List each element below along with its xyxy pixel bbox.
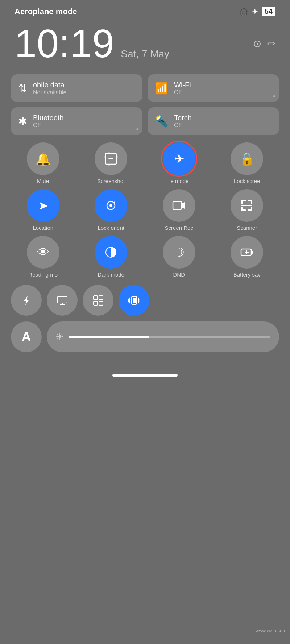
lock-orient-circle xyxy=(95,189,127,222)
edit-icon[interactable]: ✏ xyxy=(267,38,276,50)
lock-orient-label: Lock orient xyxy=(98,225,124,231)
font-size-label: A xyxy=(22,329,31,345)
quick-tiles: ⇅ obile data Not available 📶 Wi-Fi Off ◂… xyxy=(0,71,290,139)
wifi-subtitle: Off xyxy=(174,89,191,96)
battery-indicator: 54 xyxy=(262,7,276,16)
clock-row: 10:19 Sat, 7 May ⊙ ✏ xyxy=(0,20,290,71)
bluetooth-text: Bluetooth Off xyxy=(33,114,64,129)
flash-item[interactable] xyxy=(11,285,42,316)
svg-rect-9 xyxy=(173,201,182,209)
dark-mode-item[interactable]: Dark mode xyxy=(79,236,144,278)
wifi-expand-icon[interactable]: ◂ xyxy=(272,93,275,99)
icon-grid-row2: ➤ Location Lock orient Screen Re xyxy=(7,189,283,231)
bluetooth-subtitle: Off xyxy=(33,122,64,129)
reading-mode-label: Reading mo xyxy=(28,271,58,278)
svg-rect-12 xyxy=(241,200,243,204)
svg-rect-31 xyxy=(94,301,98,305)
torch-text: Torch Off xyxy=(174,114,192,129)
icon-grid-section: 🔔 Mute Screenshot ✈ ie mode 🔒 xyxy=(0,139,290,281)
brightness-row: A ☀ xyxy=(0,319,290,356)
torch-icon: 🔦 xyxy=(155,115,168,128)
svg-rect-16 xyxy=(241,207,243,211)
reading-mode-item[interactable]: 👁 Reading mo xyxy=(11,236,75,278)
screen-rec-item[interactable]: Screen Rec xyxy=(147,189,211,231)
aeroplane-mode-circle: ✈ xyxy=(163,142,195,175)
clock-container: 10:19 Sat, 7 May xyxy=(14,24,169,63)
wifi-title: Wi-Fi xyxy=(174,81,191,89)
second-tiles-row: ✱ Bluetooth Off ◂ 🔦 Torch Off xyxy=(11,107,279,135)
brightness-fill xyxy=(69,336,149,338)
mobile-data-title: obile data xyxy=(33,81,67,89)
shortcut-item[interactable] xyxy=(83,285,113,316)
clock-action-icons: ⊙ ✏ xyxy=(253,38,276,50)
vibrate-item[interactable] xyxy=(119,285,149,316)
svg-marker-10 xyxy=(182,202,185,209)
torch-tile[interactable]: 🔦 Torch Off xyxy=(148,107,279,135)
wifi-tile[interactable]: 📶 Wi-Fi Off ◂ xyxy=(148,74,279,102)
mobile-data-text: obile data Not available xyxy=(33,81,67,96)
nav-pill xyxy=(112,374,178,377)
svg-marker-25 xyxy=(24,296,29,305)
battery-value: 54 xyxy=(265,7,273,16)
svg-rect-34 xyxy=(133,298,136,303)
screenshot-item[interactable]: Screenshot xyxy=(79,142,144,184)
svg-point-8 xyxy=(109,204,112,207)
wifi-icon: 📶 xyxy=(155,82,168,95)
brightness-sun-icon: ☀ xyxy=(55,331,64,342)
lock-orient-item[interactable]: Lock orient xyxy=(79,189,144,231)
scanner-circle xyxy=(231,189,263,222)
screen-rec-label: Screen Rec xyxy=(165,225,193,231)
lock-screen-circle: 🔒 xyxy=(231,142,263,175)
mobile-data-subtitle: Not available xyxy=(33,89,67,96)
battery-sav-circle xyxy=(231,236,263,269)
font-size-button[interactable]: A xyxy=(11,321,42,352)
location-label: Location xyxy=(33,225,53,231)
svg-rect-22 xyxy=(251,251,253,254)
dnd-circle: ☽ xyxy=(163,236,195,269)
status-icons: 🎧 ✈ 54 xyxy=(239,7,276,16)
reading-mode-circle: 👁 xyxy=(27,236,59,269)
battery-sav-label: Battery sav xyxy=(233,271,261,278)
dnd-label: DND xyxy=(173,271,185,278)
torch-title: Torch xyxy=(174,114,192,122)
dark-mode-label: Dark mode xyxy=(98,271,124,278)
dark-mode-circle xyxy=(95,236,127,269)
top-tiles-row: ⇅ obile data Not available 📶 Wi-Fi Off ◂ xyxy=(11,74,279,102)
mobile-data-tile[interactable]: ⇅ obile data Not available xyxy=(11,74,142,102)
wifi-text: Wi-Fi Off xyxy=(174,81,191,96)
watermark: www.wxin.com xyxy=(256,628,286,633)
bluetooth-title: Bluetooth xyxy=(33,114,64,122)
clock-time: 10:19 xyxy=(14,24,114,63)
screen-rec-circle xyxy=(163,189,195,222)
airplane-status-icon: ✈ xyxy=(252,7,258,16)
mute-label: Mute xyxy=(37,178,49,184)
dnd-item[interactable]: ☽ DND xyxy=(147,236,211,278)
mute-circle: 🔔 xyxy=(27,142,59,175)
scanner-label: Scanner xyxy=(237,225,257,231)
screenshot-label: Screenshot xyxy=(97,178,125,184)
screenshot-circle xyxy=(95,142,127,175)
svg-rect-30 xyxy=(99,296,103,300)
battery-sav-item[interactable]: Battery sav xyxy=(215,236,279,278)
lock-screen-label: Lock scree xyxy=(234,178,260,184)
lock-screen-item[interactable]: 🔒 Lock scree xyxy=(215,142,279,184)
brightness-slider[interactable]: ☀ xyxy=(47,321,279,352)
scanner-item[interactable]: Scanner xyxy=(215,189,279,231)
svg-rect-18 xyxy=(251,207,252,211)
bluetooth-icon: ✱ xyxy=(18,115,27,128)
display-item[interactable] xyxy=(47,285,78,316)
aeroplane-mode-label: ie mode xyxy=(169,178,188,184)
svg-rect-32 xyxy=(99,301,103,305)
location-item[interactable]: ➤ Location xyxy=(11,189,75,231)
settings-icon[interactable]: ⊙ xyxy=(253,38,261,50)
svg-rect-14 xyxy=(251,200,252,204)
status-bar-title: Aeroplane mode xyxy=(14,7,77,16)
aeroplane-mode-item[interactable]: ✈ ie mode xyxy=(147,142,211,184)
headphone-icon: 🎧 xyxy=(239,7,248,16)
bluetooth-tile[interactable]: ✱ Bluetooth Off ◂ xyxy=(11,107,142,135)
svg-rect-26 xyxy=(58,296,67,303)
location-circle: ➤ xyxy=(27,189,59,222)
mute-item[interactable]: 🔔 Mute xyxy=(11,142,75,184)
nav-bar xyxy=(0,367,290,380)
bluetooth-expand-icon[interactable]: ◂ xyxy=(136,126,138,132)
